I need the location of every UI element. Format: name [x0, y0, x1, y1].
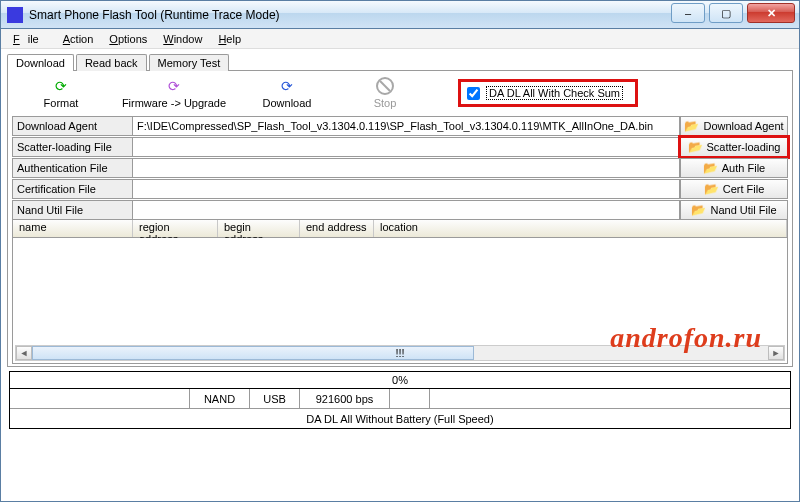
tab-strip: Download Read back Memory Test	[7, 54, 793, 71]
auth-browse[interactable]: 📂Auth File	[680, 158, 788, 178]
status-nand: NAND	[190, 389, 250, 409]
scatter-label: Scatter-loading File	[12, 137, 132, 157]
menu-help[interactable]: Help	[210, 31, 249, 47]
tab-readback[interactable]: Read back	[76, 54, 147, 71]
cert-label: Certification File	[12, 179, 132, 199]
progress-bar: 0%	[9, 371, 791, 389]
menubar: File Action Options Window Help	[1, 29, 799, 49]
status-usb: USB	[250, 389, 300, 409]
close-button[interactable]: ✕	[747, 3, 795, 23]
menu-action[interactable]: Action	[55, 31, 102, 47]
titlebar: Smart Phone Flash Tool (Runtime Trace Mo…	[1, 1, 799, 29]
folder-icon: 📂	[704, 182, 719, 196]
format-button[interactable]: ⟳ Format	[16, 77, 106, 109]
checksum-label: DA DL All With Check Sum	[486, 86, 623, 100]
download-agent-browse[interactable]: 📂Download Agent	[680, 116, 788, 136]
folder-icon: 📂	[688, 140, 703, 154]
toolbar: ⟳ Format ⟳ Firmware -> Upgrade ⟳ Downloa…	[12, 75, 788, 115]
col-name[interactable]: name	[13, 220, 133, 237]
col-end[interactable]: end address	[300, 220, 374, 237]
app-icon	[7, 7, 23, 23]
upgrade-icon: ⟳	[168, 77, 180, 95]
menu-options[interactable]: Options	[101, 31, 155, 47]
auth-label: Authentication File	[12, 158, 132, 178]
folder-icon: 📂	[684, 119, 699, 133]
checksum-highlight: DA DL All With Check Sum	[458, 79, 638, 107]
cert-input[interactable]	[132, 179, 680, 199]
download-icon: ⟳	[281, 77, 293, 95]
tab-memorytest[interactable]: Memory Test	[149, 54, 230, 71]
stop-button[interactable]: Stop	[340, 77, 430, 109]
col-location[interactable]: location	[374, 220, 787, 237]
folder-icon: 📂	[703, 161, 718, 175]
checksum-checkbox[interactable]	[467, 87, 480, 100]
window-title: Smart Phone Flash Tool (Runtime Trace Mo…	[29, 8, 671, 22]
watermark: androfon.ru	[610, 322, 762, 354]
scatter-input[interactable]	[132, 137, 680, 157]
maximize-button[interactable]: ▢	[709, 3, 743, 23]
nand-browse[interactable]: 📂Nand Util File	[680, 200, 788, 220]
menu-file[interactable]: File	[5, 31, 55, 47]
nand-label: Nand Util File	[12, 200, 132, 220]
status-mode: DA DL All Without Battery (Full Speed)	[10, 409, 790, 429]
scroll-left-icon[interactable]: ◄	[16, 346, 32, 360]
status-baud: 921600 bps	[300, 389, 390, 409]
minimize-button[interactable]: –	[671, 3, 705, 23]
download-agent-label: Download Agent	[12, 116, 132, 136]
download-agent-input[interactable]	[132, 116, 680, 136]
col-begin[interactable]: begin address	[218, 220, 300, 237]
menu-window[interactable]: Window	[155, 31, 210, 47]
auth-input[interactable]	[132, 158, 680, 178]
scroll-thumb[interactable]	[32, 346, 474, 360]
status-bar: NAND USB 921600 bps DA DL All Without Ba…	[9, 389, 791, 429]
scroll-right-icon[interactable]: ►	[768, 346, 784, 360]
firmware-upgrade-button[interactable]: ⟳ Firmware -> Upgrade	[114, 77, 234, 109]
nand-input[interactable]	[132, 200, 680, 220]
folder-icon: 📂	[691, 203, 706, 217]
list-header: name region address begin address end ad…	[12, 220, 788, 238]
tab-download[interactable]: Download	[7, 54, 74, 71]
cert-browse[interactable]: 📂Cert File	[680, 179, 788, 199]
download-button[interactable]: ⟳ Download	[242, 77, 332, 109]
stop-icon	[376, 77, 394, 95]
scatter-browse[interactable]: 📂Scatter-loading	[680, 137, 788, 157]
col-region[interactable]: region address	[133, 220, 218, 237]
format-icon: ⟳	[55, 77, 67, 95]
